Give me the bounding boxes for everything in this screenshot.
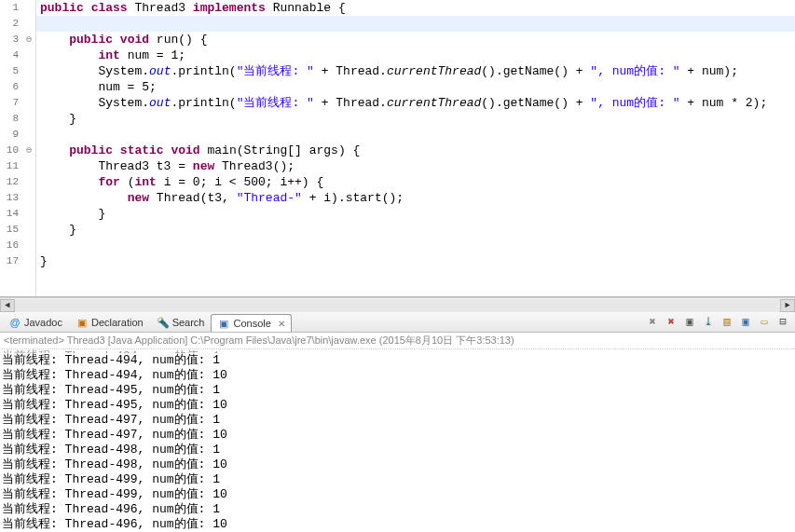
tab-label: Search: [172, 317, 205, 328]
editor-ruler: 123⊖45678910⊖11121314151617: [0, 0, 36, 296]
code-line[interactable]: public void run() {: [36, 32, 795, 48]
code-line[interactable]: [36, 238, 795, 253]
close-icon[interactable]: ✕: [278, 319, 285, 329]
javadoc-icon: @: [8, 316, 21, 329]
console-tool-button[interactable]: ⤓: [700, 314, 717, 331]
line-number: 13: [0, 190, 22, 206]
code-line[interactable]: [36, 16, 795, 32]
line-number: 3: [0, 32, 22, 48]
code-line[interactable]: public class Thread3 implements Runnable…: [36, 0, 795, 16]
search-icon: 🔦: [157, 316, 170, 329]
code-line[interactable]: num = 5;: [36, 79, 795, 95]
code-line[interactable]: Thread3 t3 = new Thread3();: [36, 158, 795, 174]
editor-code-area[interactable]: public class Thread3 implements Runnable…: [36, 0, 795, 296]
line-number: 5: [0, 63, 22, 79]
console-line: 当前线程: Thread-499, num的值: 10: [2, 487, 793, 502]
views-tabs: @Javadoc▣Declaration🔦Search▣Console✕✖✖▣⤓…: [0, 312, 795, 333]
console-line: 当前线程: Thread-499, num的值: 1: [2, 472, 793, 487]
console-tool-button[interactable]: ⊟: [774, 314, 791, 331]
code-line[interactable]: }: [36, 253, 795, 269]
line-number: 12: [0, 174, 22, 190]
line-number: 8: [0, 111, 22, 127]
line-number: 15: [0, 222, 22, 238]
scroll-right-icon[interactable]: ►: [780, 299, 795, 312]
line-number: 10: [0, 143, 22, 158]
line-number: 2: [0, 16, 22, 32]
declaration-icon: ▣: [75, 316, 89, 329]
line-number: 6: [0, 79, 22, 95]
console-line: 当前线程: Thread-496, num的值: 10: [2, 517, 793, 532]
console-line: 当前线程: Thread-495, num的值: 10: [2, 398, 793, 413]
console-toolbar: ✖✖▣⤓▤▣▭⊟: [644, 314, 795, 331]
line-number: 9: [0, 127, 22, 143]
console-tool-button[interactable]: ▤: [719, 314, 735, 331]
console-line: 当前线程: Thread-496, num的值: 1: [2, 502, 793, 517]
scroll-track[interactable]: [15, 299, 780, 312]
console-tool-button[interactable]: ▣: [681, 314, 698, 331]
console-line: 当前线程: Thread-494, num的值: 1: [2, 353, 793, 368]
code-line[interactable]: int num = 1;: [36, 48, 795, 63]
console-icon: ▣: [217, 317, 230, 330]
tab-javadoc[interactable]: @Javadoc: [2, 313, 69, 331]
console-termination-line: <terminated> Thread3 [Java Application] …: [0, 333, 795, 349]
code-line[interactable]: public static void main(String[] args) {: [36, 143, 795, 158]
code-line[interactable]: System.out.println("当前线程: " + Thread.cur…: [36, 63, 795, 79]
fold-toggle[interactable]: ⊖: [22, 143, 35, 158]
console-output[interactable]: 当前线程: Thread-494, num的值: 1当前线程: Thread-4…: [0, 349, 795, 532]
line-number: 4: [0, 48, 22, 63]
console-tool-button[interactable]: ▣: [737, 314, 754, 331]
tab-label: Javadoc: [24, 317, 62, 328]
tab-console[interactable]: ▣Console✕: [211, 314, 291, 332]
console-line: 当前线程: Thread-498, num的值: 1: [2, 443, 793, 457]
code-line[interactable]: }: [36, 111, 795, 127]
console-line: 当前线程: Thread-494, num的值: 10: [2, 368, 793, 383]
console-tool-button[interactable]: ✖: [644, 314, 661, 331]
line-number: 1: [0, 0, 22, 16]
editor-h-scrollbar[interactable]: ◄ ►: [0, 297, 795, 312]
console-tool-button[interactable]: ✖: [663, 314, 679, 331]
console-line: 当前线程: Thread-497, num的值: 1: [2, 413, 793, 428]
console-tool-button[interactable]: ▭: [756, 314, 773, 331]
line-number: 17: [0, 253, 22, 269]
scroll-left-icon[interactable]: ◄: [0, 299, 15, 312]
code-line[interactable]: for (int i = 0; i < 500; i++) {: [36, 174, 795, 190]
line-number: 14: [0, 206, 22, 222]
console-line: 当前线程: Thread-497, num的值: 10: [2, 428, 793, 443]
line-number: 11: [0, 158, 22, 174]
tab-search[interactable]: 🔦Search: [150, 313, 212, 331]
code-line[interactable]: new Thread(t3, "Thread-" + i).start();: [36, 190, 795, 206]
tab-label: Declaration: [91, 317, 144, 328]
line-number: 7: [0, 95, 22, 111]
code-editor[interactable]: 123⊖45678910⊖11121314151617 public class…: [0, 0, 795, 297]
views-panel: @Javadoc▣Declaration🔦Search▣Console✕✖✖▣⤓…: [0, 312, 795, 532]
code-line[interactable]: }: [36, 222, 795, 238]
console-line: 当前线程: Thread-498, num的值: 10: [2, 457, 793, 472]
tab-declaration[interactable]: ▣Declaration: [69, 313, 150, 331]
fold-toggle[interactable]: ⊖: [22, 32, 35, 48]
code-line[interactable]: [36, 127, 795, 143]
tab-label: Console: [233, 318, 270, 329]
line-number: 16: [0, 238, 22, 253]
code-line[interactable]: System.out.println("当前线程: " + Thread.cur…: [36, 95, 795, 111]
code-line[interactable]: }: [36, 206, 795, 222]
console-line: 当前线程: Thread-495, num的值: 1: [2, 383, 793, 398]
